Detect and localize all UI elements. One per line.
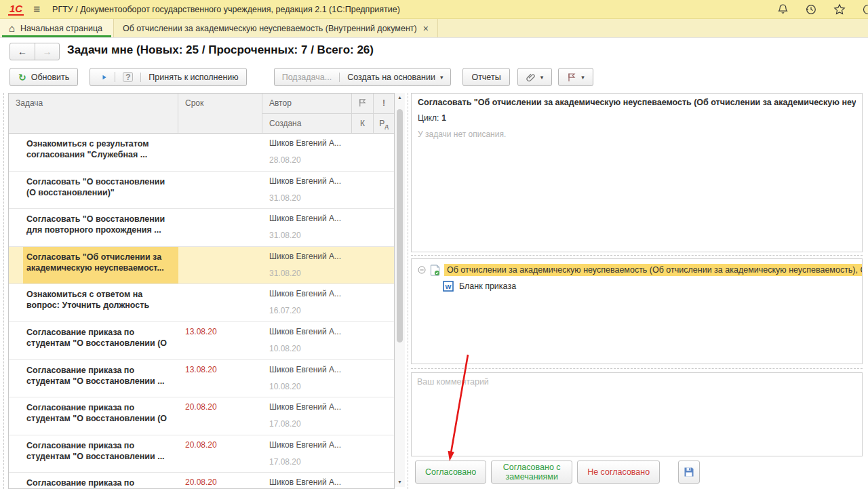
column-header-k[interactable]: К bbox=[352, 113, 374, 133]
table-row[interactable]: Согласование приказа по студентам "О вос… bbox=[9, 360, 394, 398]
table-row[interactable]: Согласование приказа по 20.08.20 Шиков Е… bbox=[9, 473, 394, 489]
attachments-comment-splitter[interactable] bbox=[411, 368, 863, 369]
table-row[interactable]: Согласовать "Об отчислении за академичес… bbox=[9, 247, 394, 285]
decision-actions: Согласовано Согласовано с замечаниями Не… bbox=[415, 461, 700, 484]
task-cell: Ознакомиться с ответом на вопрос: Уточни… bbox=[9, 284, 178, 321]
attachment-document-row[interactable]: Об отчислении за академическую неуспевае… bbox=[418, 264, 862, 276]
table-row[interactable]: Согласование приказа по студентам "О вос… bbox=[9, 435, 394, 473]
table-scrollbar[interactable]: ▲ ▼ bbox=[395, 93, 405, 487]
flag-dropdown-button[interactable]: ▾ bbox=[558, 68, 593, 86]
task-important-cell bbox=[374, 172, 394, 209]
task-cell: Согласование приказа по студентам "О вос… bbox=[9, 397, 178, 435]
task-author-cell: Шиков Евгений А... 17.08.20 bbox=[262, 435, 352, 473]
task-due-date bbox=[178, 209, 262, 246]
tab-home-page[interactable]: ⌂ Начальная страница bbox=[0, 19, 113, 37]
chevron-down-icon: ▾ bbox=[440, 74, 443, 81]
column-header-created[interactable]: Создана bbox=[262, 113, 352, 133]
task-due-date: 13.08.20 bbox=[178, 360, 262, 397]
scroll-up-icon[interactable]: ▲ bbox=[395, 93, 405, 102]
cycle-line: Цикл:1 bbox=[418, 113, 856, 123]
collapse-icon[interactable] bbox=[418, 266, 426, 274]
panel-splitter[interactable] bbox=[408, 93, 408, 489]
window-title: РГТУ / Документооборот государственного … bbox=[52, 5, 400, 14]
task-author-cell: Шиков Евгений А... 31.08.20 bbox=[262, 172, 352, 209]
table-row[interactable]: Согласовать "О восстановлении для повтор… bbox=[9, 209, 394, 247]
task-title: Согласование приказа по bbox=[26, 477, 173, 488]
attachments-dropdown-button[interactable]: ▾ bbox=[517, 68, 553, 86]
important-icon: ! bbox=[382, 98, 385, 108]
details-attachments-splitter[interactable] bbox=[411, 255, 863, 256]
table-row[interactable]: Согласовать "О восстановлении (О восстан… bbox=[9, 172, 394, 210]
task-created-date: 10.08.20 bbox=[269, 344, 349, 353]
table-row[interactable]: Ознакомиться с ответом на вопрос: Уточни… bbox=[9, 284, 394, 322]
task-details-panel: Согласовать "Об отчислении за академичес… bbox=[411, 93, 863, 252]
question-icon: ? bbox=[123, 72, 133, 82]
notifications-bell-icon[interactable] bbox=[777, 3, 789, 15]
table-row[interactable]: Согласование приказа по студентам "О вос… bbox=[9, 397, 394, 435]
create-based-on-button[interactable]: Создать на основании ▾ bbox=[339, 73, 450, 82]
save-button[interactable] bbox=[678, 461, 700, 484]
scroll-down-icon[interactable]: ▼ bbox=[395, 477, 405, 487]
task-important-cell bbox=[374, 247, 394, 284]
left-splitter[interactable] bbox=[3, 93, 4, 489]
comment-panel[interactable]: Ваш комментарий bbox=[411, 372, 863, 456]
tab-bar: ⌂ Начальная страница Об отчислении за ак… bbox=[0, 19, 868, 38]
task-flag-cell bbox=[352, 360, 374, 397]
table-header: Задача Срок Автор ! Создана К Рд bbox=[9, 94, 394, 134]
task-due-date: 20.08.20 bbox=[178, 473, 262, 489]
task-title: Согласование приказа по студентам "О вос… bbox=[26, 402, 173, 424]
task-important-cell bbox=[374, 435, 394, 473]
help-icon[interactable] bbox=[862, 3, 868, 16]
task-cell: Ознакомиться с результатом согласования … bbox=[9, 134, 178, 171]
1c-logo: 1С bbox=[8, 3, 24, 16]
column-header-rd[interactable]: Рд bbox=[374, 113, 394, 133]
approve-button[interactable]: Согласовано bbox=[415, 461, 486, 484]
reject-button[interactable]: Не согласовано bbox=[577, 461, 660, 484]
favorites-star-icon[interactable] bbox=[833, 3, 846, 16]
history-nav-group: ← → bbox=[9, 43, 60, 60]
table-row[interactable]: Согласование приказа по студентам "О вос… bbox=[9, 322, 394, 360]
task-flag-cell bbox=[352, 284, 374, 321]
close-tab-icon[interactable]: × bbox=[423, 24, 429, 33]
scrollbar-thumb[interactable] bbox=[397, 109, 403, 343]
column-header-task[interactable]: Задача bbox=[9, 94, 178, 133]
history-icon[interactable] bbox=[805, 3, 817, 16]
task-author: Шиков Евгений А... bbox=[269, 214, 349, 223]
paperclip-icon bbox=[526, 73, 536, 82]
blue-arrow-icon bbox=[98, 73, 107, 82]
tab-document-label: Об отчислении за академическую неуспевае… bbox=[123, 24, 417, 33]
tab-internal-document[interactable]: Об отчислении за академическую неуспевае… bbox=[113, 19, 438, 37]
task-author-cell: Шиков Евгений А... 10.08.20 bbox=[262, 322, 352, 359]
column-header-important[interactable]: ! bbox=[374, 94, 394, 113]
forward-button[interactable]: → bbox=[35, 43, 59, 60]
approve-with-remarks-button[interactable]: Согласовано с замечаниями bbox=[491, 461, 572, 484]
flag-icon bbox=[358, 98, 367, 109]
active-tab-underline bbox=[2, 35, 111, 37]
execute-group: ? Принять к исполнению bbox=[90, 68, 246, 86]
table-row[interactable]: Ознакомиться с результатом согласования … bbox=[9, 134, 394, 172]
main-menu-icon[interactable]: ≡ bbox=[33, 3, 40, 15]
attachment-file-row[interactable]: W Бланк приказа bbox=[443, 281, 862, 292]
task-flag-cell bbox=[352, 247, 374, 284]
redirect-button[interactable] bbox=[90, 73, 115, 82]
task-created-date: 17.08.20 bbox=[269, 419, 349, 429]
cycle-label: Цикл: bbox=[418, 113, 439, 123]
accept-for-execution-button[interactable]: Принять к исполнению bbox=[140, 73, 245, 82]
column-header-author[interactable]: Автор bbox=[262, 94, 352, 113]
task-cell: Согласование приказа по студентам "О вос… bbox=[9, 435, 178, 473]
help-button[interactable]: ? bbox=[115, 72, 140, 82]
subtask-button[interactable]: Подзадача... bbox=[275, 73, 340, 82]
task-created-date: 17.08.20 bbox=[269, 457, 349, 467]
column-header-flag[interactable] bbox=[352, 94, 374, 113]
back-button[interactable]: ← bbox=[10, 43, 35, 60]
task-author-cell: Шиков Евгений А... 10.08.20 bbox=[262, 360, 352, 397]
column-header-due[interactable]: Срок bbox=[178, 94, 262, 133]
task-important-cell bbox=[374, 360, 394, 397]
task-flag-cell bbox=[352, 134, 374, 171]
task-cell: Согласовать "Об отчислении за академичес… bbox=[9, 247, 178, 284]
reports-button[interactable]: Отчеты bbox=[462, 68, 509, 86]
task-due-date bbox=[178, 134, 262, 171]
task-author-cell: Шиков Евгений А... 17.08.20 bbox=[262, 397, 352, 435]
refresh-button[interactable]: ↻ Обновить bbox=[9, 68, 78, 86]
task-due-date: 20.08.20 bbox=[178, 435, 262, 473]
